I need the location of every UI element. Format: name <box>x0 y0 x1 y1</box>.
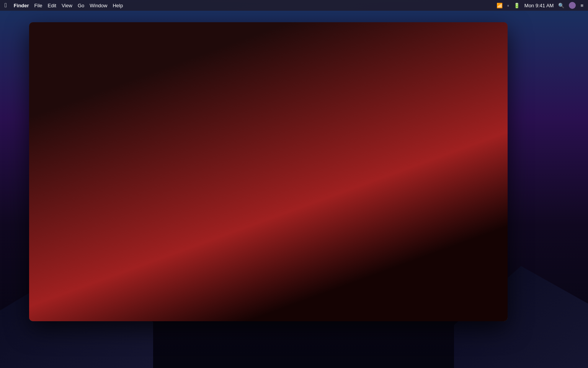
main-content: iCloud iCloud Drive Desktop Docum <box>29 59 508 321</box>
menubar-window[interactable]: Window <box>90 3 107 8</box>
wifi-icon: 📶 <box>497 3 503 8</box>
battery-icon: 🔋 <box>514 3 520 8</box>
menubar-app-name[interactable]: Finder <box>14 3 29 8</box>
menubar-left:  Finder File Edit View Go Window Help <box>5 2 123 9</box>
menubar-right: 📶 ▫ 🔋 Mon 9:41 AM 🔍 ≡ <box>497 2 583 9</box>
info-thumbnail: Lady_SantaMonicaPier.jpeg JPEG image · 1… <box>434 65 501 82</box>
control-center-icon[interactable]: ≡ <box>580 3 583 8</box>
apple-menu[interactable]:  <box>5 2 7 9</box>
menubar-help[interactable]: Help <box>113 3 123 8</box>
clock: Mon 9:41 AM <box>524 3 554 8</box>
menubar:  Finder File Edit View Go Window Help 📶… <box>0 0 588 11</box>
menubar-go[interactable]: Go <box>78 3 84 8</box>
info-thumb-image <box>434 65 451 82</box>
menubar-view[interactable]: View <box>62 3 72 8</box>
user-avatar[interactable] <box>569 2 576 9</box>
finder-window: Los Angeles Project <box>29 22 508 321</box>
search-icon[interactable]: 🔍 <box>558 3 564 8</box>
airplay-icon: ▫ <box>507 3 509 8</box>
menubar-edit[interactable]: Edit <box>48 3 56 8</box>
info-panel: Lady_SantaMonicaPier.jpeg JPEG image · 1… <box>427 59 508 321</box>
menubar-file[interactable]: File <box>34 3 42 8</box>
